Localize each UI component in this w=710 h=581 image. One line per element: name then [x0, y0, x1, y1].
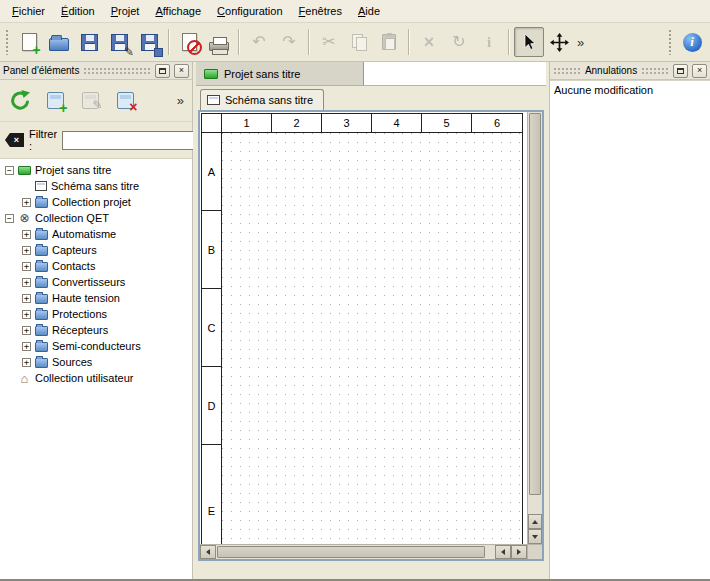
- elements-panel-titlebar[interactable]: Panel d'éléments ×: [0, 62, 192, 80]
- expand-icon[interactable]: [22, 198, 31, 207]
- vertical-scroll-thumb[interactable]: [529, 113, 541, 495]
- menu-configuration[interactable]: Configuration: [209, 1, 290, 21]
- scroll-down-button[interactable]: [528, 529, 542, 544]
- tree-item-protections[interactable]: Protections: [0, 306, 192, 322]
- tree-item-collection-qet[interactable]: Collection QET: [0, 210, 192, 226]
- tree-item-label: Récepteurs: [52, 324, 108, 336]
- column-header-2: 2: [272, 114, 322, 133]
- float-panel-button[interactable]: [155, 64, 170, 78]
- expand-icon[interactable]: [22, 358, 31, 367]
- tree-item-automatisme[interactable]: Automatisme: [0, 226, 192, 242]
- row-header-c: C: [202, 289, 222, 367]
- tree-item-collection-utilisateur[interactable]: Collection utilisateur: [0, 370, 192, 386]
- expand-icon[interactable]: [22, 262, 31, 271]
- tree-item-collection-projet[interactable]: Collection projet: [0, 194, 192, 210]
- tree-item-label: Projet sans titre: [35, 164, 111, 176]
- tree-item-capteurs[interactable]: Capteurs: [0, 242, 192, 258]
- close-panel-button[interactable]: ×: [692, 64, 707, 78]
- dock-drag-handle[interactable]: [83, 67, 151, 75]
- scroll-up-button[interactable]: [528, 514, 542, 529]
- about-button[interactable]: i: [677, 27, 707, 57]
- horizontal-scrollbar[interactable]: [200, 544, 527, 559]
- toolbar-drag-handle[interactable]: [668, 29, 673, 55]
- paste-button[interactable]: [374, 27, 404, 57]
- menu-fichier[interactable]: Fichier: [4, 1, 53, 21]
- undo-panel-titlebar[interactable]: Annulations ×: [550, 62, 710, 80]
- dock-drag-handle[interactable]: [641, 67, 669, 75]
- scroll-left-button[interactable]: [200, 545, 216, 559]
- tree-item-label: Protections: [52, 308, 107, 320]
- close-panel-button[interactable]: ×: [174, 64, 189, 78]
- tree-item-recepteurs[interactable]: Récepteurs: [0, 322, 192, 338]
- tree-item-projet-sans-titre[interactable]: Projet sans titre: [0, 162, 192, 178]
- vertical-scrollbar[interactable]: [527, 112, 542, 544]
- expand-icon[interactable]: [22, 230, 31, 239]
- redo-button[interactable]: ↷: [274, 27, 304, 57]
- scroll-right-button[interactable]: [511, 545, 527, 559]
- panel-toolbar-overflow-button[interactable]: »: [174, 93, 187, 108]
- save-all-button[interactable]: [134, 27, 164, 57]
- toolbar-drag-handle[interactable]: [5, 29, 10, 55]
- project-tabbar: Projet sans titre: [196, 62, 546, 86]
- tree-item-label: Automatisme: [52, 228, 116, 240]
- tree-item-sources[interactable]: Sources: [0, 354, 192, 370]
- print-button[interactable]: [204, 27, 234, 57]
- schema-tabbar: Schéma sans titre: [198, 88, 544, 110]
- select-pointer-button[interactable]: [514, 27, 544, 57]
- rotate-button[interactable]: ↻: [444, 27, 474, 57]
- filter-input[interactable]: [62, 131, 212, 150]
- tree-item-haute-tension[interactable]: Haute tension: [0, 290, 192, 306]
- undo-history-list[interactable]: Aucune modification: [550, 80, 710, 579]
- drawing-grid[interactable]: [222, 133, 522, 544]
- close-icon: ×: [179, 66, 184, 75]
- expand-icon[interactable]: [22, 246, 31, 255]
- tree-item-convertisseurs[interactable]: Convertisseurs: [0, 274, 192, 290]
- collapse-icon[interactable]: [5, 214, 14, 223]
- tree-item-contacts[interactable]: Contacts: [0, 258, 192, 274]
- collapse-icon[interactable]: [5, 166, 14, 175]
- tree-item-semi-conducteurs[interactable]: Semi-conducteurs: [0, 338, 192, 354]
- horizontal-scroll-thumb[interactable]: [217, 546, 485, 558]
- elements-panel-title: Panel d'éléments: [3, 65, 79, 76]
- element-info-button[interactable]: i: [474, 27, 504, 57]
- tree-item-schema-sans-titre[interactable]: Schéma sans titre: [0, 178, 192, 194]
- dock-drag-handle[interactable]: [553, 67, 581, 75]
- delete-element-button[interactable]: [110, 85, 140, 117]
- edit-element-button[interactable]: [75, 85, 105, 117]
- float-panel-button[interactable]: [673, 64, 688, 78]
- toolbar-separator: [508, 29, 510, 55]
- scroll-left-button-2[interactable]: [495, 545, 511, 559]
- clear-filter-button[interactable]: ×: [5, 133, 24, 147]
- toolbar-overflow-button[interactable]: »: [574, 35, 587, 50]
- expand-icon[interactable]: [22, 326, 31, 335]
- vertical-scroll-track[interactable]: [528, 112, 542, 514]
- expand-icon[interactable]: [22, 310, 31, 319]
- new-element-button[interactable]: [40, 85, 70, 117]
- menu-projet[interactable]: Projet: [103, 1, 148, 21]
- move-view-button[interactable]: [544, 27, 574, 57]
- cut-button[interactable]: ✂: [314, 27, 344, 57]
- schema-tab[interactable]: Schéma sans titre: [200, 89, 324, 110]
- menu-edition[interactable]: Édition: [53, 1, 103, 21]
- save-as-button[interactable]: ✎: [104, 27, 134, 57]
- close-file-button[interactable]: [174, 27, 204, 57]
- delete-button[interactable]: ×: [414, 27, 444, 57]
- horizontal-scroll-track[interactable]: [216, 545, 495, 559]
- reload-collections-button[interactable]: [5, 85, 35, 117]
- open-project-button[interactable]: [44, 27, 74, 57]
- new-document-button[interactable]: [14, 27, 44, 57]
- copy-button[interactable]: [344, 27, 374, 57]
- row-header-b: B: [202, 211, 222, 289]
- main-area: Panel d'éléments × » × Filtrer :: [0, 62, 710, 579]
- menu-fenetres[interactable]: Fenêtres: [291, 1, 350, 21]
- schema-viewport[interactable]: 1 2 3 4 5 6 A B C: [200, 112, 527, 544]
- project-tab[interactable]: Projet sans titre: [196, 62, 364, 85]
- expand-icon[interactable]: [22, 294, 31, 303]
- menu-affichage[interactable]: Affichage: [147, 1, 209, 21]
- schema-view: 1 2 3 4 5 6 A B C: [198, 110, 544, 561]
- expand-icon[interactable]: [22, 278, 31, 287]
- undo-button[interactable]: ↶: [244, 27, 274, 57]
- expand-icon[interactable]: [22, 342, 31, 351]
- save-button[interactable]: [74, 27, 104, 57]
- menu-aide[interactable]: Aide: [350, 1, 388, 21]
